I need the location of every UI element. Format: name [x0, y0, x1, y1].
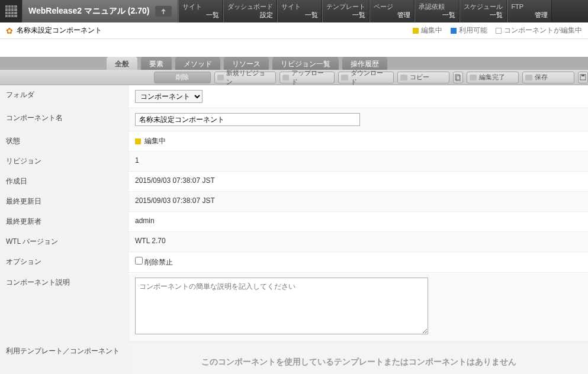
label-wtl-version: WTL バージョン	[0, 232, 129, 252]
no-usage-message: このコンポーネントを使用しているテンプレートまたはコンポーネントはありません	[129, 341, 588, 374]
label-created: 作成日	[0, 172, 129, 192]
copy-icon-button[interactable]	[453, 72, 463, 83]
subheader: ✿ 名称未設定コンポーネント 編集中 利用可能 コンポーネントが編集中	[0, 22, 588, 39]
legend: 編集中 利用可能 コンポーネントが編集中	[413, 25, 582, 36]
revision-value: 1	[129, 151, 588, 172]
gear-icon: ✿	[6, 26, 13, 36]
updater-value: admin	[129, 212, 588, 232]
tab-elements[interactable]: 要素	[141, 57, 172, 70]
label-description: コンポーネント説明	[0, 273, 129, 341]
nav-dashboard[interactable]: ダッシュボード 設定	[223, 0, 277, 22]
legend-component-editing: コンポーネントが編集中	[496, 25, 582, 36]
label-component-name: コンポーネント名	[0, 108, 129, 131]
label-updated: 最終更新日	[0, 192, 129, 212]
topbar: WebRelease2 マニュアル (2.70) サイト 一覧 ダッシュボード …	[0, 0, 588, 22]
save-button[interactable]: 保存	[522, 72, 574, 83]
nav-page[interactable]: ページ 管理	[369, 0, 415, 22]
folder-select[interactable]: コンポーネント	[135, 90, 203, 103]
svg-rect-1	[457, 76, 461, 81]
status-indicator	[135, 138, 141, 144]
delete-prohibit-checkbox[interactable]	[135, 257, 143, 265]
page-title: 名称未設定コンポーネント	[17, 25, 102, 36]
label-status: 状態	[0, 131, 129, 151]
form-table: フォルダ コンポーネント コンポーネント名 状態 編集中 リビジョン 1 作成日…	[0, 85, 588, 374]
app-logo[interactable]	[0, 0, 23, 22]
status-text: 編集中	[144, 137, 166, 145]
app-title: WebRelease2 マニュアル (2.70)	[28, 6, 149, 17]
copy-button[interactable]: コピー	[397, 72, 449, 83]
download-button[interactable]: ダウンロード	[338, 72, 393, 83]
tab-general[interactable]: 全般	[107, 57, 137, 70]
delete-button[interactable]: 削除	[154, 72, 211, 83]
save-icon-button[interactable]	[578, 72, 588, 83]
svg-rect-0	[455, 75, 460, 80]
wtl-version-value: WTL 2.70	[129, 232, 588, 252]
label-usage: 利用テンプレート／コンポーネント	[0, 341, 129, 375]
nav-template[interactable]: テンプレート 一覧	[322, 0, 369, 22]
toolbar: 削除 新規リビジョン アップロード ダウンロード コピー 編集完了 保存	[0, 70, 588, 85]
option-delete-prohibit[interactable]: 削除禁止	[135, 258, 173, 266]
legend-available: 利用可能	[451, 25, 487, 36]
disk-icon	[580, 74, 586, 80]
finish-edit-button[interactable]: 編集完了	[467, 72, 519, 83]
pin-icon[interactable]	[155, 6, 172, 17]
svg-rect-3	[581, 75, 584, 76]
nav-schedule[interactable]: スケジュール 一覧	[460, 0, 507, 22]
nav-site-list[interactable]: サイト 一覧	[178, 0, 223, 22]
updated-value: 2015/09/03 07:38:07 JST	[129, 192, 588, 212]
new-revision-button[interactable]: 新規リビジョン	[214, 72, 276, 83]
nav-items: サイト 一覧 ダッシュボード 設定 サイト 一覧 テンプレート 一覧 ページ 管…	[178, 0, 588, 22]
description-textarea[interactable]	[135, 278, 428, 334]
component-name-input[interactable]	[135, 113, 360, 126]
app-title-area: WebRelease2 マニュアル (2.70)	[23, 0, 178, 22]
nav-approval[interactable]: 承認依頼 一覧	[415, 0, 460, 22]
label-updater: 最終更新者	[0, 212, 129, 232]
nav-site-list-2[interactable]: サイト 一覧	[277, 0, 322, 22]
label-revision: リビジョン	[0, 151, 129, 172]
label-folder: フォルダ	[0, 85, 129, 108]
tabs-container: 全般 要素 メソッド リソース リビジョン一覧 操作履歴 削除 新規リビジョン …	[0, 57, 588, 85]
tab-methods[interactable]: メソッド	[175, 57, 220, 70]
upload-button[interactable]: アップロード	[279, 72, 335, 83]
legend-editing: 編集中	[413, 25, 442, 36]
label-options: オプション	[0, 252, 129, 273]
clipboard-icon	[455, 74, 461, 81]
nav-ftp[interactable]: FTP 管理	[507, 0, 552, 22]
created-value: 2015/09/03 07:38:07 JST	[129, 172, 588, 192]
